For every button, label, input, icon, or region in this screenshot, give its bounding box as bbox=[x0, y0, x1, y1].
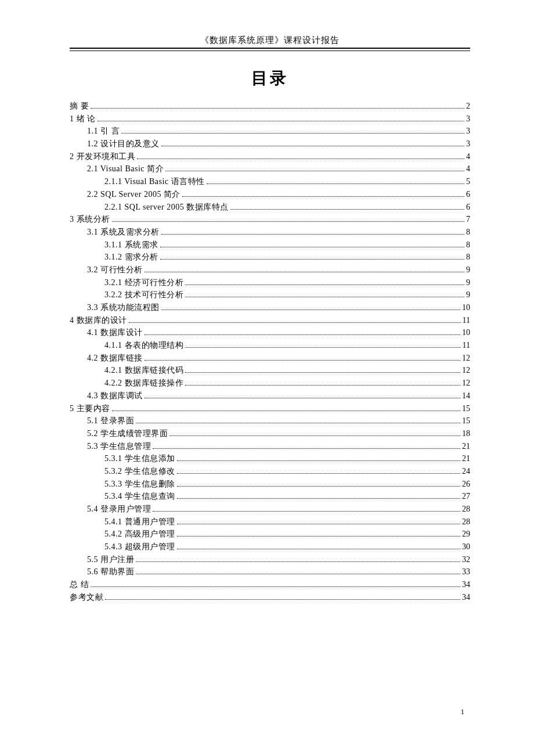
toc-entry-label: 1.2 设计目的及意义 bbox=[87, 138, 160, 150]
toc-entry-label: 2 开发环境和工具 bbox=[70, 150, 135, 163]
toc-entry-page: 28 bbox=[462, 503, 470, 516]
toc-leader-dots bbox=[177, 498, 461, 499]
toc-entry: 2.1 Visual Basic 简介4 bbox=[70, 163, 470, 175]
toc-entry-page: 33 bbox=[462, 566, 470, 578]
toc-leader-dots bbox=[185, 285, 464, 285]
toc-entry-page: 11 bbox=[463, 314, 470, 327]
toc-entry: 3 系统分析7 bbox=[70, 213, 470, 226]
toc-entry-label: 5.4.2 高级用户管理 bbox=[104, 528, 175, 541]
toc-leader-dots bbox=[182, 196, 464, 197]
toc-entry: 摘 要2 bbox=[70, 100, 470, 113]
toc-entry-label: 4.1.1 各表的物理结构 bbox=[104, 339, 183, 352]
toc-entry-page: 27 bbox=[462, 490, 470, 503]
toc-leader-dots bbox=[177, 460, 461, 461]
toc-entry-label: 2.2.1 SQL server 2005 数据库特点 bbox=[104, 201, 229, 214]
toc-entry: 4.2 数据库链接12 bbox=[70, 352, 470, 365]
toc-entry-label: 5.3.3 学生信息删除 bbox=[104, 478, 175, 491]
toc-entry: 3.2 可行性分析9 bbox=[70, 264, 470, 276]
toc-leader-dots bbox=[153, 448, 460, 449]
toc-entry: 2.2 SQL Server 2005 简介6 bbox=[70, 188, 470, 201]
toc-entry: 4 数据库的设计11 bbox=[70, 314, 470, 327]
toc-entry: 3.1.1 系统需求8 bbox=[70, 239, 470, 251]
toc-entry-page: 6 bbox=[466, 201, 470, 214]
toc-entry-label: 摘 要 bbox=[70, 100, 89, 113]
toc-entry-page: 8 bbox=[466, 251, 470, 264]
toc-entry: 5.3.3 学生信息删除26 bbox=[70, 478, 470, 491]
page-number: 1 bbox=[461, 707, 465, 717]
toc-leader-dots bbox=[98, 121, 465, 121]
toc-entry: 参考文献34 bbox=[70, 591, 470, 604]
toc-leader-dots bbox=[105, 599, 460, 600]
toc-leader-dots bbox=[161, 309, 461, 310]
toc-leader-dots bbox=[161, 146, 465, 146]
toc-entry: 5.4.3 超级用户管理30 bbox=[70, 541, 470, 553]
document-page: 《数据库系统原理》课程设计报告 目录 摘 要21 绪 论31.1 引 言31.2… bbox=[0, 0, 534, 756]
toc-leader-dots bbox=[145, 360, 461, 361]
toc-leader-dots bbox=[177, 549, 461, 549]
header-rule bbox=[70, 48, 470, 51]
toc-entry: 5.3.2 学生信息修改24 bbox=[70, 465, 470, 478]
toc-entry-page: 21 bbox=[462, 440, 470, 453]
toc-entry-page: 30 bbox=[462, 541, 470, 553]
toc-entry-label: 3.1.2 需求分析 bbox=[104, 251, 158, 264]
toc-entry-page: 21 bbox=[462, 452, 470, 465]
toc-leader-dots bbox=[112, 411, 461, 411]
toc-entry: 5.4.1 普通用户管理28 bbox=[70, 516, 470, 528]
toc-entry-label: 5 主要内容 bbox=[70, 402, 110, 415]
toc-entry-label: 5.6 帮助界面 bbox=[87, 566, 134, 578]
toc-leader-dots bbox=[185, 385, 460, 386]
toc-entry-page: 12 bbox=[462, 377, 470, 390]
toc-entry-page: 12 bbox=[462, 352, 470, 365]
toc-leader-dots bbox=[161, 234, 465, 235]
toc-leader-dots bbox=[169, 435, 460, 436]
toc-leader-dots bbox=[165, 171, 464, 171]
toc-entry: 5.6 帮助界面33 bbox=[70, 566, 470, 578]
toc-entry-page: 3 bbox=[466, 125, 470, 138]
toc-leader-dots bbox=[207, 183, 464, 184]
toc-entry-page: 11 bbox=[463, 339, 470, 352]
toc-leader-dots bbox=[177, 473, 461, 474]
toc-leader-dots bbox=[136, 561, 460, 562]
toc-entry-page: 4 bbox=[466, 163, 470, 175]
toc-entry-page: 34 bbox=[462, 578, 470, 591]
toc-leader-dots bbox=[145, 334, 461, 335]
toc-entry-label: 4.1 数据库设计 bbox=[87, 326, 143, 339]
toc-leader-dots bbox=[121, 133, 464, 134]
toc-entry-page: 18 bbox=[462, 427, 470, 440]
toc-entry-page: 3 bbox=[466, 138, 470, 150]
toc-entry: 2.1.1 Visual Basic 语言特性5 bbox=[70, 175, 470, 188]
toc-entry-label: 3 系统分析 bbox=[70, 213, 110, 226]
toc-entry-page: 4 bbox=[466, 150, 470, 163]
toc-entry: 5.1 登录界面15 bbox=[70, 415, 470, 427]
toc-leader-dots bbox=[136, 574, 460, 574]
toc-entry-label: 5.3 学生信息管理 bbox=[87, 440, 151, 453]
toc-entry-page: 3 bbox=[466, 113, 470, 125]
toc-leader-dots bbox=[136, 423, 460, 423]
toc-entry: 3.2.2 技术可行性分析9 bbox=[70, 289, 470, 301]
toc-leader-dots bbox=[137, 159, 464, 159]
toc-entry-label: 3.1 系统及需求分析 bbox=[87, 226, 160, 239]
toc-entry: 总 结34 bbox=[70, 578, 470, 591]
toc-entry-page: 15 bbox=[462, 415, 470, 427]
toc-leader-dots bbox=[177, 536, 461, 537]
toc-entry-page: 5 bbox=[466, 175, 470, 188]
toc-entry-label: 5.3.2 学生信息修改 bbox=[104, 465, 175, 478]
toc-entry-label: 4 数据库的设计 bbox=[70, 314, 127, 327]
toc-entry-label: 3.1.1 系统需求 bbox=[104, 239, 158, 251]
toc-entry: 3.1 系统及需求分析8 bbox=[70, 226, 470, 239]
toc-leader-dots bbox=[177, 524, 461, 524]
toc-entry-page: 9 bbox=[466, 289, 470, 301]
toc-entry-page: 15 bbox=[462, 402, 470, 415]
toc-entry: 5.3 学生信息管理21 bbox=[70, 440, 470, 453]
toc-entry-label: 3.2.1 经济可行性分析 bbox=[104, 276, 183, 289]
toc-leader-dots bbox=[185, 372, 460, 373]
toc-entry: 4.1 数据库设计10 bbox=[70, 326, 470, 339]
toc-entry: 5.4 登录用户管理28 bbox=[70, 503, 470, 516]
toc-entry-label: 5.4.3 超级用户管理 bbox=[104, 541, 175, 553]
toc-leader-dots bbox=[91, 586, 460, 587]
toc-entry: 3.3 系统功能流程图10 bbox=[70, 301, 470, 314]
toc-entry-label: 1 绪 论 bbox=[70, 113, 96, 125]
toc-entry-page: 6 bbox=[466, 188, 470, 201]
toc-entry-page: 2 bbox=[466, 100, 470, 113]
toc-entry-page: 28 bbox=[462, 516, 470, 528]
